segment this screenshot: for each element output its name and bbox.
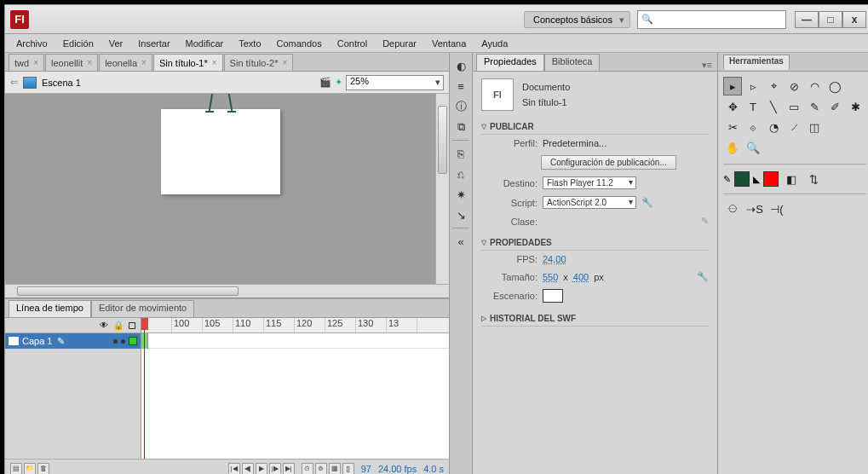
edit-symbols-icon[interactable]: ✦ [335,77,342,88]
delete-layer-button[interactable]: 🗑 [37,463,49,475]
current-frame[interactable]: 97 [361,464,371,474]
stage-canvas[interactable] [161,109,280,194]
black-white-button[interactable]: ◧ [782,170,801,188]
rewind-button[interactable]: |◀ [228,463,240,475]
section-properties[interactable]: PROPIEDADES [481,235,709,251]
menu-depurar[interactable]: Depurar [375,36,424,51]
tab-properties[interactable]: Propiedades [476,54,544,71]
tab-library[interactable]: Biblioteca [544,54,601,71]
dock-icon-info[interactable]: ⓘ [453,99,468,114]
dock-icon-components[interactable]: ⎌ [453,166,468,182]
doctab-leonella[interactable]: leonella× [99,54,152,71]
oval-tool[interactable]: ◯ [825,77,844,95]
height-value[interactable]: 400 [573,272,589,282]
stage-color-swatch[interactable] [543,289,563,303]
width-value[interactable]: 550 [543,272,558,282]
script-dropdown[interactable]: ActionScript 2.0 [543,196,636,209]
brush-tool[interactable]: ✐ [825,97,844,116]
play-button[interactable]: ▶ [256,463,267,475]
close-icon[interactable]: × [141,58,147,67]
playhead[interactable] [144,318,145,459]
zoom-tool[interactable]: 🔍 [744,138,762,157]
menu-texto[interactable]: Texto [231,36,268,51]
wrench-icon[interactable]: 🔧 [697,271,709,282]
selection-tool[interactable]: ▸ [723,77,742,95]
menu-modificar[interactable]: Modificar [178,36,232,51]
back-arrow-icon[interactable]: ⇐ [10,77,18,88]
tab-motion-editor[interactable]: Editor de movimiento [91,300,194,317]
doctab-sintitulo2[interactable]: Sin título-2*× [224,54,294,71]
menu-ver[interactable]: Ver [101,36,131,51]
eraser-tool[interactable]: ◫ [805,118,824,136]
stage-area[interactable] [5,94,449,298]
close-icon[interactable]: × [33,58,38,67]
subselection-tool[interactable]: ▹ [744,77,762,95]
dock-icon-align[interactable]: ≡ [453,78,468,94]
3d-rotation-tool[interactable]: ⊘ [785,77,803,95]
frame-track[interactable] [141,333,449,349]
fps-display[interactable]: 24.00 fps [378,464,417,474]
menu-control[interactable]: Control [330,36,375,51]
lasso-tool[interactable]: ◠ [805,77,824,95]
rectangle-tool[interactable]: ▭ [785,97,803,116]
wrench-icon[interactable]: 🔧 [641,197,653,208]
search-input[interactable]: 🔍 [637,10,786,29]
close-button[interactable]: x [842,11,866,28]
new-layer-button[interactable]: ▤ [10,463,22,475]
edit-multi-button[interactable]: ▦ [329,463,341,475]
menu-ayuda[interactable]: Ayuda [474,36,515,51]
frames-area[interactable]: 100 105 110 115 120 125 130 13 [141,318,449,459]
search-field[interactable] [657,14,782,25]
snap-option[interactable]: ⦵ [723,199,742,218]
ink-bottle-tool[interactable]: ◔ [764,118,783,136]
publish-settings-button[interactable]: Configuración de publicación... [541,155,676,170]
workspace-dropdown[interactable]: Conceptos básicos [524,11,630,28]
doctab-leonellit[interactable]: leonellit× [45,54,98,71]
onion-outline-button[interactable]: ⊚ [315,463,327,475]
character-drawing[interactable] [181,94,260,121]
close-icon[interactable]: × [282,58,287,67]
eye-icon[interactable]: 👁 [100,321,108,330]
bone-tool[interactable]: ✂ [723,118,742,136]
scrollbar-vertical[interactable] [435,94,449,284]
to-end-button[interactable]: ▶| [283,463,295,475]
menu-archivo[interactable]: Archivo [9,36,55,51]
maximize-button[interactable]: □ [819,11,842,28]
keyframe[interactable] [141,333,148,349]
minimize-button[interactable]: — [795,11,819,28]
zoom-dropdown[interactable]: 25% [346,75,444,90]
scrollbar-horizontal[interactable] [5,284,449,298]
edit-scene-icon[interactable]: 🎬 [319,77,331,88]
hand-tool[interactable]: ✋ [723,138,742,157]
swap-colors-button[interactable]: ⇅ [804,170,823,188]
visibility-dot[interactable] [113,339,118,344]
dock-icon-transform[interactable]: ⧉ [453,119,468,135]
lock-icon[interactable]: 🔒 [113,321,124,330]
dock-icon-swatches[interactable]: ◐ [453,58,468,73]
dock-icon-motion[interactable]: ✷ [453,187,468,202]
pen-tool[interactable]: ✥ [723,97,742,116]
lock-dot[interactable] [121,339,125,344]
straighten-option[interactable]: ⊣( [767,199,786,218]
target-dropdown[interactable]: Flash Player 11.2 [543,176,636,189]
dock-icon-project[interactable]: ↘ [453,207,468,223]
tab-tools[interactable]: Herramientas [723,55,790,70]
menu-comandos[interactable]: Comandos [269,36,330,51]
onion-skin-button[interactable]: ⊙ [302,463,313,475]
deco-tool[interactable]: ✱ [846,97,865,116]
pencil-tool[interactable]: ✎ [805,97,824,116]
close-icon[interactable]: × [212,58,217,67]
section-swf-history[interactable]: HISTORIAL DEL SWF [481,311,709,327]
eyedropper-tool[interactable]: ⟋ [785,118,803,136]
dock-icon-codesnippets[interactable]: ⎘ [453,146,468,161]
section-publish[interactable]: PUBLICAR [481,119,709,135]
free-transform-tool[interactable]: ⌖ [764,77,783,95]
edit-class-icon[interactable] [701,216,709,227]
frame-ruler[interactable]: 100 105 110 115 120 125 130 13 [141,318,449,333]
panel-menu-icon[interactable]: ▾≡ [697,60,717,71]
step-back-button[interactable]: ◀| [242,463,254,475]
menu-ventana[interactable]: Ventana [424,36,474,51]
fill-color-swatch[interactable] [763,171,779,187]
smooth-option[interactable]: ⇢S [745,199,764,218]
tab-timeline[interactable]: Línea de tiempo [9,300,91,317]
